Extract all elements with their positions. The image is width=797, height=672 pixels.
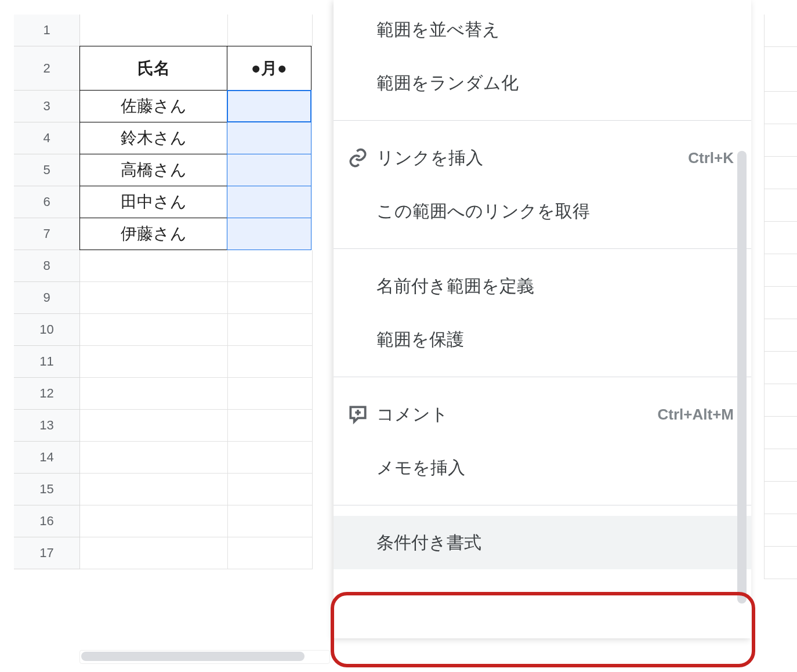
link-icon [346, 146, 369, 169]
menu-item-conditional-formatting[interactable]: 条件付き書式 [334, 516, 751, 569]
cell[interactable] [80, 537, 228, 569]
spreadsheet-grid: 1 2 氏名 ●月● 3 佐藤さん 4 鈴木さん 5 高橋さん 6 田中さ [14, 15, 313, 569]
menu-item-comment[interactable]: コメント Ctrl+Alt+M [334, 388, 751, 441]
menu-item-label: リンクを挿入 [376, 146, 483, 170]
table-header-name[interactable]: 氏名 [79, 46, 227, 91]
cell[interactable] [80, 15, 228, 46]
cell[interactable] [80, 378, 228, 410]
menu-item-get-range-link[interactable]: この範囲へのリンクを取得 [334, 185, 751, 238]
cell-name[interactable]: 伊藤さん [79, 218, 227, 250]
cell-selected[interactable] [227, 218, 311, 250]
cell-name[interactable]: 鈴木さん [79, 122, 227, 154]
comment-icon [346, 403, 369, 426]
cell[interactable] [228, 410, 313, 442]
row-header[interactable]: 3 [14, 91, 80, 122]
row-header[interactable]: 5 [14, 154, 80, 186]
row-header[interactable]: 12 [14, 378, 80, 410]
menu-item-sort-range[interactable]: 範囲を並べ替え [334, 3, 751, 56]
menu-item-label: コメント [376, 403, 448, 427]
row-header[interactable]: 14 [14, 442, 80, 474]
cell[interactable] [228, 15, 313, 46]
cell[interactable] [80, 282, 228, 314]
cell[interactable] [228, 378, 313, 410]
menu-separator [334, 248, 751, 249]
scrollbar-thumb[interactable] [737, 151, 747, 604]
table-header-month[interactable]: ●月● [227, 46, 311, 91]
cell-name[interactable]: 田中さん [79, 186, 227, 218]
cell[interactable] [80, 442, 228, 474]
menu-item-label: メモを挿入 [376, 456, 465, 480]
context-menu: 範囲を並べ替え 範囲をランダム化 リンクを挿入 Ctrl+K この範囲へのリンク… [334, 0, 751, 638]
menu-item-insert-note[interactable]: メモを挿入 [334, 441, 751, 494]
cell[interactable] [80, 474, 228, 505]
menu-item-label: 名前付き範囲を定義 [376, 274, 534, 298]
cell[interactable] [80, 346, 228, 378]
cell[interactable] [228, 505, 313, 537]
cell[interactable] [228, 250, 313, 282]
menu-item-label: 条件付き書式 [376, 531, 481, 555]
menu-item-define-named-range[interactable]: 名前付き範囲を定義 [334, 259, 751, 313]
cell[interactable] [228, 282, 313, 314]
cell[interactable] [228, 346, 313, 378]
menu-item-insert-link[interactable]: リンクを挿入 Ctrl+K [334, 131, 751, 185]
cell-selected[interactable] [227, 90, 311, 122]
cell-selected[interactable] [227, 122, 311, 154]
row-header[interactable]: 7 [14, 218, 80, 250]
cell-name[interactable]: 佐藤さん [79, 90, 227, 122]
scrollbar-thumb[interactable] [81, 652, 305, 661]
cell[interactable] [80, 505, 228, 537]
menu-item-label: 範囲を並べ替え [376, 18, 500, 42]
cell-name[interactable]: 高橋さん [79, 154, 227, 186]
cell[interactable] [228, 314, 313, 346]
horizontal-scrollbar[interactable] [79, 650, 330, 664]
cell[interactable] [228, 537, 313, 569]
row-header[interactable]: 10 [14, 314, 80, 346]
menu-item-label: 範囲を保護 [376, 328, 464, 352]
row-header[interactable]: 9 [14, 282, 80, 314]
menu-separator [334, 505, 751, 505]
cell[interactable] [228, 474, 313, 505]
row-header[interactable]: 4 [14, 122, 80, 154]
menu-item-protect-range[interactable]: 範囲を保護 [334, 313, 751, 366]
cell-selected[interactable] [227, 186, 311, 218]
cell[interactable] [80, 410, 228, 442]
menu-item-randomize-range[interactable]: 範囲をランダム化 [334, 56, 751, 110]
cell-selected[interactable] [227, 154, 311, 186]
menu-item-label: 範囲をランダム化 [376, 71, 519, 95]
menu-separator [334, 120, 751, 121]
cell[interactable] [80, 314, 228, 346]
row-header[interactable]: 16 [14, 505, 80, 537]
row-header[interactable]: 6 [14, 186, 80, 218]
menu-shortcut: Ctrl+Alt+M [658, 406, 734, 424]
row-header[interactable]: 11 [14, 346, 80, 378]
row-header[interactable]: 15 [14, 474, 80, 505]
row-header[interactable]: 13 [14, 410, 80, 442]
right-gutter [764, 15, 797, 672]
menu-item-label: この範囲へのリンクを取得 [376, 200, 590, 223]
row-header[interactable]: 2 [14, 46, 80, 91]
cell[interactable] [80, 250, 228, 282]
menu-shortcut: Ctrl+K [688, 149, 734, 167]
row-header[interactable]: 8 [14, 250, 80, 282]
row-header[interactable]: 1 [14, 15, 80, 46]
row-header[interactable]: 17 [14, 537, 80, 569]
menu-vertical-scrollbar[interactable] [737, 151, 747, 604]
cell[interactable] [228, 442, 313, 474]
menu-separator [334, 377, 751, 377]
